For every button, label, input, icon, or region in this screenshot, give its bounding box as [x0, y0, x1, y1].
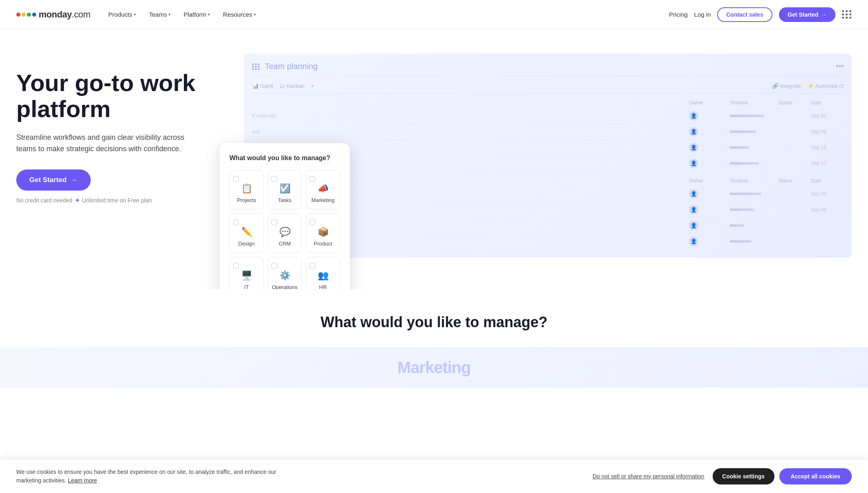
operations-label: Operations: [272, 284, 298, 289]
logo-dot-red: [16, 13, 20, 17]
logo[interactable]: monday.com: [16, 9, 90, 20]
nav-platform[interactable]: Platform ▾: [179, 8, 215, 21]
modal-item-product[interactable]: 📦 Product: [306, 213, 340, 253]
hero-title: Your go-to work platform: [16, 70, 228, 122]
chevron-down-icon: ▾: [208, 12, 210, 17]
hero-section: Your go-to work platform Streamline work…: [0, 29, 868, 289]
dashboard-header: Team planning •••: [252, 62, 844, 76]
modal-item-operations[interactable]: ⚙️ Operations: [268, 257, 302, 289]
logo-dot-blue: [32, 13, 36, 17]
avatar: 👤: [689, 127, 698, 136]
operations-icon: ⚙️: [279, 270, 290, 281]
projects-label: Projects: [237, 197, 256, 203]
chevron-down-icon: ▾: [134, 12, 136, 17]
arrow-right-icon: →: [821, 11, 827, 18]
bottom-section: What would you like to manage?: [0, 289, 868, 347]
hero-note: No credit card needed ✦ Unlimited time o…: [16, 197, 228, 204]
table-row: eck 👤 Sep 06: [252, 124, 844, 140]
chevron-down-icon: ▾: [168, 12, 170, 17]
crm-icon: 💬: [279, 227, 290, 237]
dashboard-tabs: 📊 Gantt 🗂 Kanban + 🔗 Integrate ⚡ Automat…: [252, 83, 844, 93]
modal-title: What would you like to manage?: [229, 154, 340, 162]
avatar: 👤: [689, 111, 698, 120]
nav-resources[interactable]: Resources ▾: [218, 8, 261, 21]
marketing-icon: 📣: [318, 183, 329, 194]
avatar: 👤: [689, 205, 698, 214]
checkbox-hr[interactable]: [310, 263, 315, 269]
checkbox-it[interactable]: [233, 263, 239, 269]
checkbox-product[interactable]: [310, 219, 315, 225]
projects-icon: 📋: [241, 183, 252, 194]
nav-left: monday.com Products ▾ Teams ▾ Platform ▾…: [16, 8, 261, 21]
modal-item-crm[interactable]: 💬 CRM: [268, 213, 302, 253]
modal-item-design[interactable]: ✏️ Design: [229, 213, 264, 253]
logo-dot-green: [27, 13, 31, 17]
dashboard-title: Team planning: [265, 62, 318, 71]
chevron-down-icon: ▾: [254, 12, 256, 17]
design-icon: ✏️: [241, 227, 252, 237]
arrow-right-icon: →: [71, 176, 78, 184]
table-header: Owner Timeline Status Date: [252, 98, 844, 108]
marketing-label: Marketing: [311, 197, 334, 203]
tab-add[interactable]: +: [311, 83, 314, 89]
dashboard-grid-icon: [252, 63, 260, 70]
bullet-icon: ✦: [75, 197, 80, 204]
hero-right: Team planning ••• 📊 Gantt 🗂 Kanban + 🔗 I…: [244, 54, 852, 258]
tab-gantt[interactable]: 📊 Gantt: [252, 83, 273, 89]
modal-item-projects[interactable]: 📋 Projects: [229, 170, 264, 209]
avatar: 👤: [689, 237, 698, 246]
manage-modal: What would you like to manage? 📋 Project…: [220, 143, 350, 289]
modal-item-hr[interactable]: 👥 HR: [306, 257, 340, 289]
nav-teams[interactable]: Teams ▾: [144, 8, 175, 21]
crm-label: CRM: [279, 241, 291, 247]
checkbox-operations[interactable]: [271, 263, 277, 269]
logo-dots: [16, 13, 36, 17]
modal-item-it[interactable]: 🖥️ IT: [229, 257, 264, 289]
avatar: 👤: [689, 143, 698, 152]
dashboard-more-icon[interactable]: •••: [836, 62, 844, 71]
marketing-peek: Marketing: [0, 347, 868, 388]
tasks-label: Tasks: [278, 197, 291, 203]
navbar: monday.com Products ▾ Teams ▾ Platform ▾…: [0, 0, 868, 29]
checkbox-design[interactable]: [233, 219, 239, 225]
tasks-icon: ☑️: [279, 183, 290, 194]
checkbox-projects[interactable]: [233, 176, 239, 182]
product-icon: 📦: [318, 227, 329, 237]
avatar: 👤: [689, 221, 698, 230]
modal-item-tasks[interactable]: ☑️ Tasks: [268, 170, 302, 209]
checkbox-tasks[interactable]: [271, 176, 277, 182]
nav-login[interactable]: Log in: [694, 11, 711, 18]
checkbox-marketing[interactable]: [310, 176, 315, 182]
avatar: 👤: [689, 189, 698, 198]
nav-products[interactable]: Products ▾: [103, 8, 141, 21]
nav-pricing[interactable]: Pricing: [669, 11, 688, 18]
app-grid-icon[interactable]: [842, 10, 852, 19]
logo-dot-yellow: [22, 13, 26, 17]
get-started-hero-button[interactable]: Get Started →: [16, 169, 91, 191]
bottom-title: What would you like to manage?: [16, 314, 852, 331]
modal-grid: 📋 Projects ☑️ Tasks 📣 Marketing ✏️ Desig…: [229, 170, 340, 289]
hr-icon: 👥: [318, 270, 329, 281]
get-started-nav-button[interactable]: Get Started →: [779, 7, 835, 22]
it-icon: 🖥️: [241, 270, 252, 281]
table-row: ff materials 👤 Sep 02: [252, 108, 844, 124]
logo-text: monday.com: [39, 9, 90, 20]
it-label: IT: [244, 284, 249, 289]
contact-sales-button[interactable]: Contact sales: [717, 7, 772, 22]
checkbox-crm[interactable]: [271, 219, 277, 225]
product-label: Product: [314, 241, 332, 247]
tab-kanban[interactable]: 🗂 Kanban: [279, 83, 304, 89]
modal-item-marketing[interactable]: 📣 Marketing: [306, 170, 340, 209]
hr-label: HR: [319, 284, 327, 289]
nav-right: Pricing Log in Contact sales Get Started…: [669, 7, 852, 22]
integrate-button[interactable]: 🔗 Integrate: [772, 83, 801, 89]
hero-description: Streamline workflows and gain clear visi…: [16, 132, 203, 155]
automate-button[interactable]: ⚡ Automate /2: [807, 83, 844, 89]
design-label: Design: [238, 241, 255, 247]
avatar: 👤: [689, 159, 698, 168]
hero-left: Your go-to work platform Streamline work…: [16, 54, 228, 204]
